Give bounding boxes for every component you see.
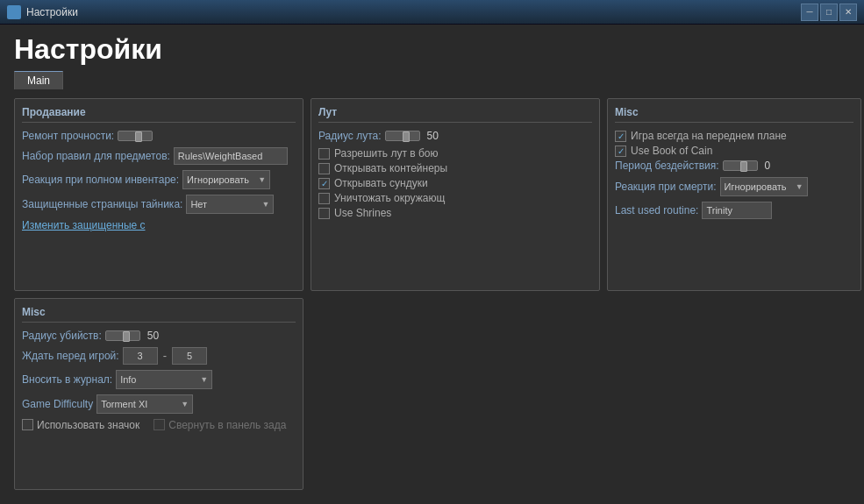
use-icon-label: Использовать значок [37, 419, 139, 431]
misc-bottom-title: Misc [22, 306, 296, 323]
loot-checkbox-4[interactable] [318, 208, 330, 219]
full-inv-arrow: ▼ [258, 175, 266, 184]
loot-label-4: Use Shrines [334, 207, 391, 219]
log-label: Вносить в журнал: [22, 373, 112, 386]
wait-before-label: Ждать перед игрой: [22, 350, 119, 362]
always-on-top-row: Игра всегда на переднем плане [615, 130, 853, 142]
content-area: Продавание Ремонт прочности: Набор прави… [0, 95, 864, 504]
loot-radius-row: Радиус лута: 50 [318, 130, 592, 142]
page-title: Настройки [0, 25, 864, 71]
change-protected-row: Изменить защищенные с [22, 219, 296, 231]
always-on-top-label: Игра всегда на переднем плане [631, 130, 787, 142]
idle-period-value: 0 [765, 160, 771, 172]
minimize-button[interactable]: ─ [801, 4, 818, 21]
log-select[interactable]: Info ▼ [116, 370, 212, 389]
protected-pages-row: Защищенные страницы тайника: Нет ▼ [22, 195, 296, 214]
loot-label-0: Разрешить лут в бою [334, 147, 439, 160]
tabs-bar: Main [0, 71, 864, 89]
protected-pages-arrow: ▼ [261, 200, 269, 209]
title-bar: Настройки ─ □ ✕ [0, 0, 864, 25]
log-arrow: ▼ [200, 375, 208, 384]
last-routine-label: Last used routine: [615, 204, 698, 217]
minimize-label: Свернуть в панель зада [168, 419, 286, 431]
last-routine-input[interactable] [702, 202, 772, 219]
ruleset-input[interactable] [174, 147, 288, 165]
use-icon-row: Использовать значок Свернуть в панель за… [22, 419, 296, 431]
loot-label-3: Уничтожать окружающ [334, 192, 445, 204]
loot-item-4: Use Shrines [318, 207, 592, 219]
kill-radius-slider[interactable] [105, 330, 140, 341]
protected-pages-label: Защищенные страницы тайника: [22, 198, 182, 210]
on-death-label: Реакция при смерти: [615, 181, 717, 193]
on-death-row: Реакция при смерти: Игнорировать ▼ [615, 177, 853, 196]
misc-right-title: Misc [615, 106, 853, 123]
full-inv-select[interactable]: Игнорировать ▼ [182, 170, 270, 189]
loot-radius-slider[interactable] [385, 131, 420, 141]
tab-main[interactable]: Main [14, 71, 63, 89]
idle-period-label: Период бездействия: [615, 160, 719, 172]
repair-label: Ремонт прочности: [22, 130, 114, 142]
book-of-cain-checkbox[interactable] [615, 146, 626, 157]
kill-radius-label: Радиус убийств: [22, 330, 102, 342]
wait-before-row: Ждать перед игрой: - [22, 347, 296, 365]
wait-max-input[interactable] [172, 347, 207, 365]
use-icon-checkbox[interactable] [22, 419, 33, 430]
app-icon [7, 5, 21, 19]
on-death-arrow: ▼ [796, 182, 803, 191]
on-death-select[interactable]: Игнорировать ▼ [720, 177, 808, 196]
book-of-cain-label: Use Book of Cain [631, 145, 712, 157]
minimize-checkbox[interactable] [154, 419, 165, 430]
change-protected-link[interactable]: Изменить защищенные с [22, 219, 146, 231]
loot-item-1: Открывать контейнеры [318, 162, 592, 174]
full-inv-label: Реакция при полном инвентаре: [22, 174, 179, 186]
log-row: Вносить в журнал: Info ▼ [22, 370, 296, 389]
loot-radius-label: Радиус лута: [318, 130, 382, 142]
ruleset-label: Набор правил для предметов: [22, 150, 170, 162]
loot-checkbox-1[interactable] [318, 163, 330, 174]
idle-period-row: Период бездействия: 0 [615, 160, 853, 172]
loot-item-2: Открывать сундуки [318, 177, 592, 189]
main-window: Настройки Main Продавание Ремонт прочнос… [0, 25, 864, 504]
loot-item-0: Разрешить лут в бою [318, 147, 592, 160]
kill-radius-value: 50 [147, 330, 159, 342]
kill-radius-row: Радиус убийств: 50 [22, 330, 296, 342]
close-button[interactable]: ✕ [839, 4, 857, 21]
panel-selling: Продавание Ремонт прочности: Набор прави… [14, 98, 303, 291]
loot-item-3: Уничтожать окружающ [318, 192, 592, 204]
game-difficulty-select[interactable]: Torment XI ▼ [96, 394, 193, 414]
loot-checkbox-0[interactable] [318, 148, 330, 160]
idle-period-slider[interactable] [723, 160, 758, 171]
title-bar-text: Настройки [26, 6, 78, 18]
game-difficulty-row: Game Difficulty Torment XI ▼ [22, 394, 296, 414]
ruleset-row: Набор правил для предметов: [22, 147, 296, 165]
game-difficulty-arrow: ▼ [181, 400, 189, 408]
full-inv-row: Реакция при полном инвентаре: Игнорирова… [22, 170, 296, 189]
repair-slider[interactable] [118, 131, 153, 141]
maximize-button[interactable]: □ [820, 4, 838, 21]
last-routine-row: Last used routine: [615, 202, 853, 219]
repair-row: Ремонт прочности: [22, 130, 296, 142]
loot-label-2: Открывать сундуки [334, 177, 428, 189]
panel-loot-title: Лут [318, 106, 592, 123]
wait-min-input[interactable] [123, 347, 158, 365]
panel-misc-right: Misc Игра всегда на переднем плане Use B… [607, 98, 861, 291]
book-of-cain-row: Use Book of Cain [615, 145, 853, 157]
panel-loot: Лут Радиус лута: 50 Разрешить лут в бою … [311, 98, 600, 291]
always-on-top-checkbox[interactable] [615, 131, 626, 142]
title-bar-controls: ─ □ ✕ [801, 4, 857, 21]
protected-pages-select[interactable]: Нет ▼ [186, 195, 274, 214]
loot-checkbox-3[interactable] [318, 193, 330, 204]
loot-checkbox-2[interactable] [318, 178, 330, 189]
separator: - [161, 349, 168, 362]
loot-label-1: Открывать контейнеры [334, 162, 447, 174]
game-difficulty-label: Game Difficulty [22, 398, 93, 410]
panel-selling-title: Продавание [22, 106, 296, 123]
panel-misc-bottom: Misc Радиус убийств: 50 Ждать перед игро… [14, 298, 303, 491]
loot-radius-value: 50 [427, 130, 439, 142]
